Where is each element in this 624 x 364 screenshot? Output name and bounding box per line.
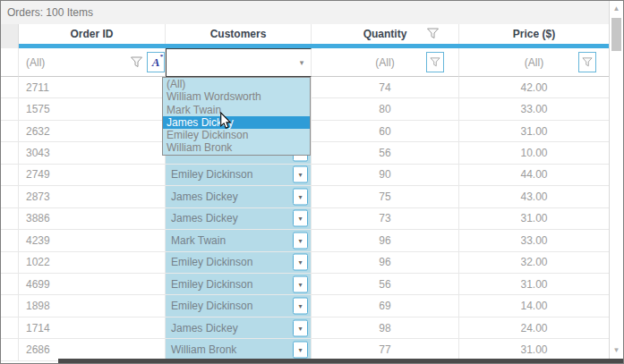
cell-order-id[interactable]: 2749 [19,165,166,186]
cell-order-id[interactable]: 3043 [19,142,166,164]
scroll-down-icon[interactable]: ▼ [610,347,623,354]
row-indicator-cell[interactable] [1,208,19,230]
cell-dropdown-button[interactable]: ▾ [293,210,308,227]
cell-price[interactable]: 31.00 [459,208,609,230]
row-indicator-cell[interactable] [1,252,19,274]
cell-dropdown-button[interactable]: ▾ [293,275,308,292]
dropdown-item[interactable]: William Wordsworth [163,90,310,103]
cell-price[interactable]: 42.00 [459,77,609,98]
row-indicator-cell[interactable] [1,295,19,317]
dropdown-item[interactable]: Mark Twain [163,104,310,116]
table-row: 1022Emiley Dickinson▾9632.00 [1,252,609,274]
cell-quantity[interactable]: 80 [312,98,459,120]
cell-order-id[interactable]: 1898 [19,295,166,317]
cell-quantity[interactable]: 69 [312,295,459,317]
cell-price[interactable]: 31.00 [459,121,609,142]
cell-order-id[interactable]: 1714 [19,317,166,339]
table-row: 2749Emiley Dickinson▾9044.00 [1,165,609,186]
cell-quantity[interactable]: 56 [312,274,459,295]
vertical-scrollbar[interactable]: ▲ ▼ [609,1,623,359]
column-header-customers[interactable]: Customers [166,24,312,44]
cell-price[interactable]: 33.00 [459,98,609,120]
dropdown-item[interactable]: Emiley Dickinson [163,129,310,141]
cell-price[interactable]: 14.00 [459,295,609,317]
cell-quantity[interactable]: 96 [312,252,459,274]
row-indicator-cell[interactable] [1,274,19,295]
cell-price[interactable]: 32.00 [459,252,609,274]
cell-price[interactable]: 43.00 [459,186,609,207]
row-indicator-cell[interactable] [1,142,19,164]
column-header-order-id[interactable]: Order ID [19,24,166,44]
cell-order-id[interactable]: 4239 [19,230,166,251]
custom-filter-mode-button[interactable]: A* [147,52,165,72]
row-indicator-cell[interactable] [1,230,19,251]
cell-dropdown-button[interactable]: ▾ [293,188,308,205]
cell-order-id[interactable]: 2632 [19,121,166,142]
customer-name: Emiley Dickinson [171,300,252,312]
cell-quantity[interactable]: 60 [312,121,459,142]
cell-quantity[interactable]: 56 [312,142,459,164]
filter-funnel-button[interactable] [426,52,444,72]
row-indicator-cell[interactable] [1,77,19,98]
customer-name: James Dickey [171,190,238,203]
row-indicator-cell[interactable] [1,98,19,120]
row-indicator-cell[interactable] [1,165,19,186]
cell-quantity[interactable]: 75 [312,186,459,207]
filter-cell-price[interactable]: (All) [459,48,609,77]
dropdown-item[interactable]: (All) [163,78,310,90]
header-filter-funnel-icon[interactable] [427,28,439,42]
cell-dropdown-button[interactable]: ▾ [293,319,308,336]
table-row: 4239Mark Twain▾9633.00 [1,230,609,251]
filter-cell-customers-editor[interactable]: ▾ [166,48,312,77]
filter-cell-quantity[interactable]: (All) [312,48,459,77]
scroll-up-icon[interactable]: ▲ [610,5,623,13]
row-indicator-cell[interactable] [1,317,19,339]
cell-customer[interactable]: Mark Twain▾ [166,230,312,251]
filter-funnel-icon[interactable] [131,56,142,71]
cell-customer[interactable]: Emiley Dickinson▾ [166,165,312,186]
cell-price[interactable]: 31.00 [459,274,609,295]
dropdown-item[interactable]: William Bronk [163,141,310,154]
cell-order-id[interactable]: 2873 [19,186,166,207]
cell-quantity[interactable]: 96 [312,230,459,251]
column-header-quantity[interactable]: Quantity [312,24,459,44]
cell-quantity[interactable]: 73 [312,208,459,230]
row-indicator-cell[interactable] [1,186,19,207]
cell-quantity[interactable]: 90 [312,165,459,186]
cell-quantity[interactable]: 74 [312,77,459,98]
cell-customer[interactable]: Emiley Dickinson▾ [166,295,312,317]
cell-price[interactable]: 24.00 [459,317,609,339]
cell-quantity[interactable]: 98 [312,317,459,339]
cell-order-id[interactable]: 1575 [19,98,166,120]
cell-price[interactable]: 10.00 [459,142,609,164]
filter-value: (All) [26,56,45,69]
cell-dropdown-button[interactable]: ▾ [293,298,308,315]
cell-customer[interactable]: Emiley Dickinson▾ [166,274,312,295]
cell-dropdown-button[interactable]: ▾ [293,254,308,271]
filter-funnel-button[interactable] [578,52,596,72]
cell-customer[interactable]: James Dickey▾ [166,208,312,230]
cell-order-id[interactable]: 4699 [19,274,166,295]
cell-order-id[interactable]: 2711 [19,77,166,98]
cell-dropdown-button[interactable]: ▾ [293,232,308,249]
cell-customer[interactable]: Emiley Dickinson▾ [166,252,312,274]
filter-dropdown-button[interactable]: ▾ [294,50,310,75]
table-row: 4699Emiley Dickinson▾5631.00 [1,274,609,295]
filter-cell-order-id[interactable]: (All) A* [19,48,166,77]
dropdown-item-selected[interactable]: James Dickey [163,116,310,129]
cell-order-id[interactable]: 1022 [19,252,166,274]
cell-price[interactable]: 44.00 [459,165,609,186]
horizontal-scrollbar-thumb[interactable] [58,359,623,363]
cell-dropdown-button[interactable]: ▾ [293,341,308,358]
column-header-price[interactable]: Price ($) [459,24,609,44]
column-header-label: Price ($) [513,28,555,40]
scrollbar-thumb[interactable] [611,18,621,51]
row-indicator-cell[interactable] [1,339,19,360]
row-indicator-cell[interactable] [1,121,19,142]
cell-price[interactable]: 33.00 [459,230,609,251]
cell-customer[interactable]: James Dickey▾ [166,186,312,207]
cell-dropdown-button[interactable]: ▾ [293,166,308,183]
cell-customer[interactable]: James Dickey▾ [166,317,312,339]
cell-order-id[interactable]: 3886 [19,208,166,230]
table-row: 2873James Dickey▾7543.00 [1,186,609,207]
